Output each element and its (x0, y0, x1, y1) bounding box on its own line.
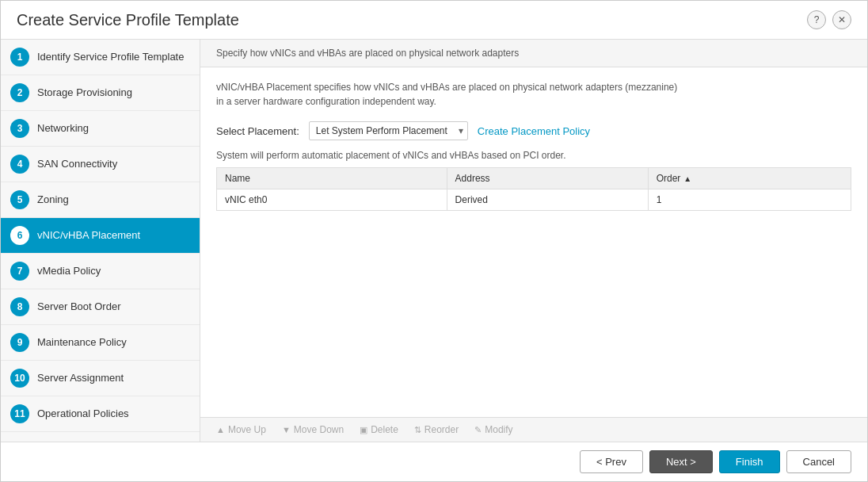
sidebar-item-0[interactable]: 1Identify Service Profile Template (1, 40, 200, 75)
reorder-icon: ⇅ (414, 425, 421, 435)
close-button[interactable]: ✕ (832, 10, 851, 29)
step-num-6: 7 (10, 262, 29, 281)
auto-placement-note: System will perform automatic placement … (216, 150, 851, 161)
header-actions: ? ✕ (807, 10, 851, 29)
cell-name: vNIC eth0 (217, 189, 447, 211)
step-num-7: 8 (10, 297, 29, 316)
step-num-0: 1 (10, 48, 29, 67)
step-label-1: Storage Provisioning (37, 86, 132, 100)
sidebar-item-3[interactable]: 4SAN Connectivity (1, 147, 200, 182)
dialog-header: Create Service Profile Template ? ✕ (1, 1, 867, 40)
sidebar-item-8[interactable]: 9Maintenance Policy (1, 325, 200, 361)
sidebar: 1Identify Service Profile Template2Stora… (1, 40, 200, 442)
move-up-label: Move Up (228, 424, 266, 435)
modify-icon: ✎ (474, 425, 482, 435)
step-num-10: 11 (10, 404, 29, 423)
placement-label: Select Placement: (216, 125, 299, 137)
move-up-button[interactable]: ▲ Move Up (213, 423, 269, 437)
step-label-3: SAN Connectivity (37, 158, 117, 171)
sidebar-item-1[interactable]: 2Storage Provisioning (1, 75, 200, 111)
placement-row: Select Placement: Let System Perform Pla… (216, 121, 851, 140)
step-num-5: 6 (10, 226, 29, 245)
delete-label: Delete (371, 424, 398, 435)
delete-button[interactable]: ▣ Delete (356, 423, 402, 437)
sidebar-item-4[interactable]: 5Zoning (1, 182, 200, 218)
next-button[interactable]: Next > (649, 450, 713, 473)
hint-bar: Specify how vNICs and vHBAs are placed o… (200, 40, 867, 67)
dialog-body: 1Identify Service Profile Template2Stora… (1, 40, 867, 442)
dialog-footer: < Prev Next > Finish Cancel (1, 442, 867, 481)
help-button[interactable]: ? (807, 10, 826, 29)
step-num-9: 10 (10, 369, 29, 388)
table-row[interactable]: vNIC eth0 Derived 1 (217, 189, 851, 211)
sidebar-item-2[interactable]: 3Networking (1, 111, 200, 147)
cancel-button[interactable]: Cancel (786, 450, 851, 473)
modify-label: Modify (485, 424, 512, 435)
move-down-button[interactable]: ▼ Move Down (279, 423, 347, 437)
create-service-profile-dialog: Create Service Profile Template ? ✕ 1Ide… (0, 0, 868, 482)
step-num-1: 2 (10, 83, 29, 102)
step-num-2: 3 (10, 119, 29, 138)
col-order-sort[interactable]: Order ▲ (657, 173, 843, 184)
dialog-title: Create Service Profile Template (17, 11, 239, 29)
step-label-6: vMedia Policy (37, 265, 101, 278)
cell-address: Derived (447, 189, 648, 211)
move-down-icon: ▼ (282, 425, 291, 434)
modify-button[interactable]: ✎ Modify (471, 423, 516, 437)
sidebar-item-6[interactable]: 7vMedia Policy (1, 254, 200, 289)
prev-button[interactable]: < Prev (580, 450, 643, 473)
placement-select[interactable]: Let System Perform Placement (309, 121, 468, 140)
step-label-7: Server Boot Order (37, 300, 121, 314)
select-wrapper: Let System Perform Placement (309, 121, 468, 140)
create-placement-policy-link[interactable]: Create Placement Policy (478, 125, 590, 137)
finish-button[interactable]: Finish (719, 450, 780, 473)
step-label-5: vNIC/vHBA Placement (37, 229, 140, 243)
step-label-10: Operational Policies (37, 407, 129, 421)
action-toolbar: ▲ Move Up ▼ Move Down ▣ Delete ⇅ Reorder… (200, 417, 867, 442)
sort-arrow-icon: ▲ (683, 174, 691, 183)
step-num-8: 9 (10, 333, 29, 352)
step-num-3: 4 (10, 155, 29, 174)
col-name: Name (217, 168, 447, 189)
placement-table: Name Address Order ▲ vNI (216, 167, 851, 211)
reorder-button[interactable]: ⇅ Reorder (411, 423, 462, 437)
delete-icon: ▣ (360, 425, 367, 435)
step-label-9: Server Assignment (37, 372, 124, 385)
col-address: Address (447, 168, 648, 189)
sidebar-item-7[interactable]: 8Server Boot Order (1, 289, 200, 325)
sidebar-item-10[interactable]: 11Operational Policies (1, 396, 200, 432)
move-up-icon: ▲ (216, 425, 225, 434)
step-label-8: Maintenance Policy (37, 336, 127, 350)
step-label-0: Identify Service Profile Template (37, 51, 184, 64)
move-down-label: Move Down (294, 424, 344, 435)
content-area: vNIC/vHBA Placement specifies how vNICs … (200, 67, 867, 417)
main-content: Specify how vNICs and vHBAs are placed o… (200, 40, 867, 442)
hint-text: Specify how vNICs and vHBAs are placed o… (216, 48, 519, 59)
step-num-4: 5 (10, 190, 29, 209)
step-label-4: Zoning (37, 193, 69, 207)
reorder-label: Reorder (424, 424, 459, 435)
step-label-2: Networking (37, 122, 89, 136)
description-text: vNIC/vHBA Placement specifies how vNICs … (216, 80, 851, 109)
cell-order: 1 (648, 189, 851, 211)
sidebar-item-5[interactable]: 6vNIC/vHBA Placement (1, 218, 200, 254)
sidebar-item-9[interactable]: 10Server Assignment (1, 361, 200, 396)
col-order[interactable]: Order ▲ (648, 168, 851, 189)
